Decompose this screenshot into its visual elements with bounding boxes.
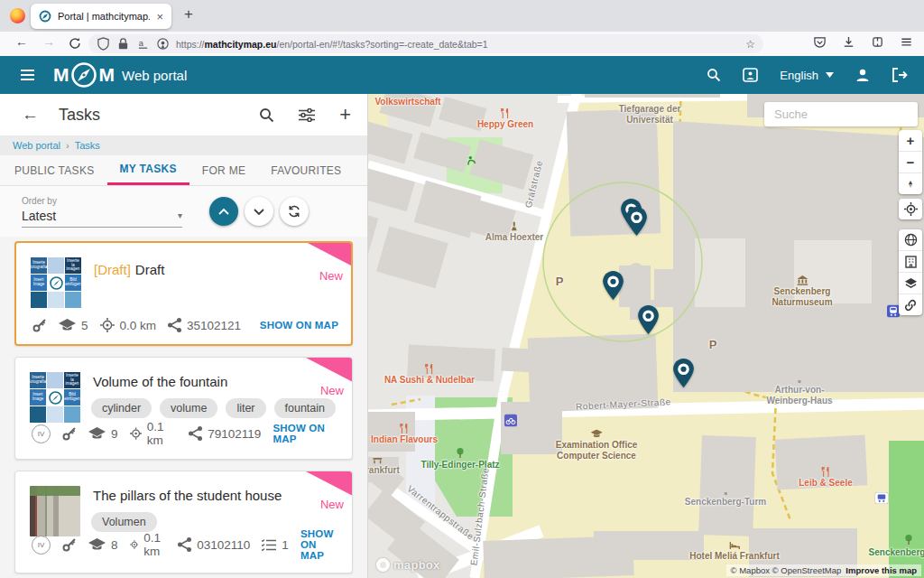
order-by-select[interactable]: Order by Latest ▾ [22,196,182,228]
language-label: English [780,69,818,82]
tilt-button[interactable]: ▲▼ [899,172,922,194]
sort-ascending-button[interactable] [209,197,238,226]
building-icon[interactable] [899,250,922,272]
map-pin[interactable] [625,206,648,237]
key-icon [62,537,77,552]
layers-icon[interactable] [899,272,922,294]
map-pin[interactable] [672,358,695,388]
pocket-icon[interactable] [813,35,827,49]
mapbox-icon [376,558,390,572]
menu-icon[interactable] [900,35,913,49]
map-pin[interactable] [637,304,660,335]
task-tabs: PUBLIC TASKS MY TASKS FOR ME FAVOURITES [0,155,367,186]
sort-descending-button[interactable] [245,197,273,226]
distance-value: 0.1 km [143,531,166,558]
refresh-button[interactable] [280,197,309,226]
tab-my-tasks[interactable]: MY TASKS [107,155,189,185]
task-code: 03102110 [197,538,250,552]
locate-icon[interactable] [899,199,922,219]
map-search-input[interactable] [764,102,918,126]
zoom-in-button[interactable]: + [899,130,922,151]
filter-sliders-icon[interactable] [299,108,315,122]
level-badge: IV [32,536,51,555]
chevron-down-icon [826,72,834,78]
download-icon[interactable] [842,35,855,49]
graduation-cap-icon [59,319,76,331]
reload-icon[interactable] [69,37,81,50]
logo-letter: M [99,64,115,86]
task-code: 79102119 [208,427,261,441]
account-icon[interactable] [855,68,870,82]
breadcrumb-current-link[interactable]: Tasks [75,140,100,151]
mcm-logo[interactable]: M M Web portal [53,61,187,89]
checklist-icon [262,539,276,551]
new-ribbon [304,357,353,382]
search-icon[interactable] [707,68,721,82]
extensions-icon[interactable] [871,35,884,49]
task-thumbnail: Inserte Fotografías Inserte la imagen In… [30,372,80,423]
location-permission-icon[interactable] [156,37,170,51]
url-bar[interactable]: a https://mathcitymap.eu/en/portal-en/#!… [88,34,763,53]
tab-public-tasks[interactable]: PUBLIC TASKS [2,155,107,185]
globe-icon[interactable] [899,229,922,250]
url-text[interactable]: https://mathcitymap.eu/en/portal-en/#!/t… [176,39,488,50]
shield-icon[interactable] [97,37,110,51]
map-attribution: © Mapbox © OpenStreetMap Improve this ma… [726,564,921,576]
draft-prefix: [Draft] [94,262,131,277]
tab-for-me[interactable]: FOR ME [189,155,258,185]
show-on-map-link[interactable]: SHOW ON MAP [300,528,339,561]
forward-icon[interactable]: → [42,34,55,49]
crosshair-icon [100,318,115,332]
distance-value: 0.0 km [120,319,157,332]
translate-icon[interactable]: a [136,37,150,51]
browser-tab[interactable]: Portal | mathcitymap.eu × [31,4,171,29]
new-badge: New [320,498,344,511]
attribution-text: © Mapbox © OpenStreetMap [731,565,842,575]
bookmark-star-icon[interactable]: ☆ [745,38,755,51]
tab-close-icon[interactable]: × [156,11,163,23]
improve-map-link[interactable]: Improve this map [845,565,917,575]
dropdown-caret-icon: ▾ [178,210,182,220]
back-icon[interactable]: ← [15,34,28,49]
show-on-map-link[interactable]: SHOW ON MAP [273,423,339,444]
map-canvas[interactable] [368,94,924,578]
share-icon [168,318,181,332]
map-zoom-controls: + − ▲▼ [899,130,922,194]
new-tab-button[interactable]: + [184,5,193,23]
lock-icon[interactable] [116,37,130,51]
new-ribbon [304,241,353,266]
task-title: The pillars of the student house [93,488,282,503]
task-thumbnail: Inserte Fotografías Inserte la imagen In… [31,257,81,308]
hamburger-menu-icon[interactable] [20,69,35,81]
link-icon[interactable] [899,294,922,315]
task-list: New Inserte Fotografías Inserte la image… [0,237,367,573]
grade-value: 9 [111,427,118,441]
tab-favourites[interactable]: FAVOURITES [258,155,354,185]
new-badge: New [319,269,343,283]
task-card[interactable]: New Inserte Fotografías Inserte la image… [14,241,353,346]
back-arrow-icon[interactable]: ← [22,105,39,125]
mapbox-logo[interactable]: mapbox [376,558,440,572]
graduation-cap-icon [88,538,106,551]
share-icon [189,426,202,441]
show-on-map-link[interactable]: SHOW ON MAP [260,320,338,331]
support-inbox-icon[interactable] [743,68,758,82]
map-locate-control [899,199,922,219]
add-task-button[interactable]: + [339,105,351,125]
task-card[interactable]: New Inserte Fotografías Inserte la image… [14,357,353,460]
order-by-label: Order by [22,196,182,206]
firefox-icon[interactable] [10,8,25,23]
map-pin[interactable] [602,270,624,301]
new-ribbon [304,471,353,496]
language-select[interactable]: English [780,69,834,82]
search-icon[interactable] [259,107,274,123]
breadcrumb-home-link[interactable]: Web portal [13,140,60,151]
key-icon [62,426,77,441]
task-title: [Draft]Draft [94,262,164,277]
zoom-out-button[interactable]: − [899,151,922,172]
task-card[interactable]: New The pillars of the student house Vol… [14,471,353,573]
svg-text:a: a [139,39,144,48]
key-icon [32,318,47,332]
page-title: Tasks [59,106,100,125]
logout-icon[interactable] [892,68,908,82]
